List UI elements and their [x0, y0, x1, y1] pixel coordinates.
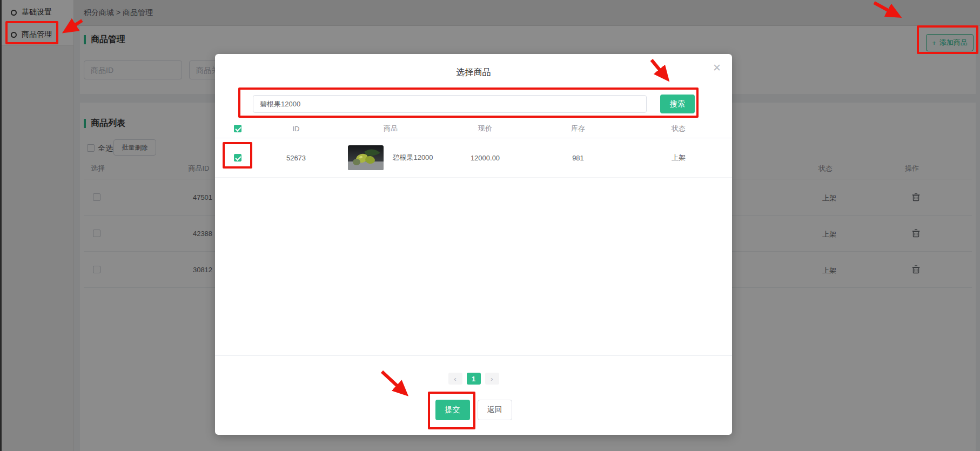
modal-search-input[interactable] [253, 95, 647, 113]
modal-row-id: 52673 [260, 154, 332, 162]
modal-column-status: 状态 [635, 124, 722, 133]
pagination-page-1[interactable]: 1 [467, 373, 481, 385]
pagination-prev-icon[interactable]: ‹ [448, 373, 462, 385]
pagination-next-icon[interactable]: › [485, 373, 499, 385]
modal-product-row: 52673 碧根果12000 [215, 138, 732, 178]
modal-table-header: ID 商品 现价 库存 状态 [215, 119, 732, 138]
modal-column-id: ID [260, 125, 332, 133]
modal-column-product: 商品 [332, 124, 449, 133]
submit-button[interactable]: 提交 [435, 400, 470, 420]
modal-column-stock: 库存 [521, 124, 635, 133]
modal-row-price: 12000.00 [449, 154, 521, 162]
modal-row-checkbox[interactable] [234, 154, 241, 161]
close-icon[interactable]: ✕ [713, 63, 721, 73]
modal-column-price: 现价 [449, 124, 521, 133]
modal-footer-divider [215, 355, 732, 356]
product-image [348, 145, 384, 170]
modal-row-stock: 981 [521, 154, 635, 162]
modal-title: 选择商品 [215, 67, 732, 78]
back-button[interactable]: 返回 [478, 400, 512, 420]
pagination: ‹ 1 › [215, 373, 732, 385]
modal-row-product-name: 碧根果12000 [392, 153, 433, 163]
select-product-modal: 选择商品 ✕ 搜索 ID 商品 现价 库存 状态 52673 [215, 54, 732, 435]
page: 基础设置 商品管理 积分商城 > 商品管理 商品管理 + 添加商品 商品列表 全… [0, 0, 980, 451]
modal-select-all-checkbox[interactable] [234, 125, 241, 132]
modal-row-status: 上架 [635, 153, 722, 163]
modal-search-button[interactable]: 搜索 [660, 95, 695, 113]
